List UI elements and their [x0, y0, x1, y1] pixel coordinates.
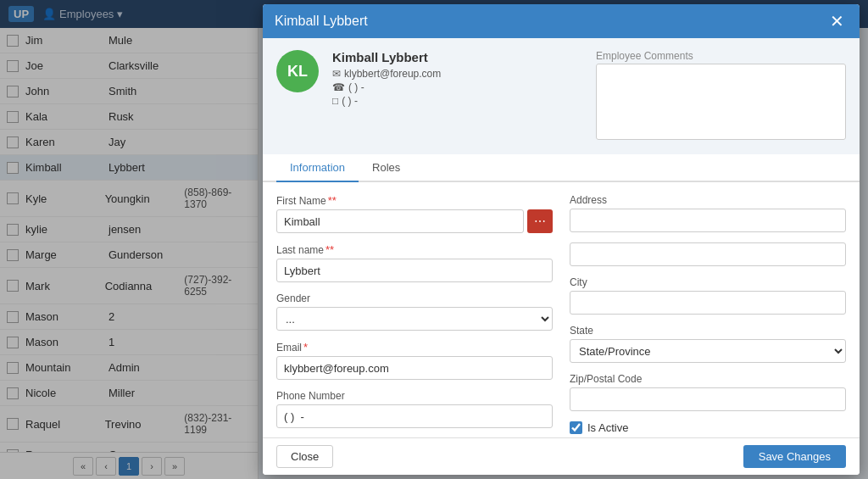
address-group: Address [570, 194, 846, 232]
required-star-2: ** [326, 243, 334, 256]
phone-label: Phone Number [276, 390, 553, 402]
profile-name: Kimball Lybbert [332, 50, 582, 64]
is-active-row: Is Active [570, 421, 846, 434]
gender-label: Gender [276, 292, 553, 304]
tab-roles[interactable]: Roles [359, 154, 414, 182]
zip-input[interactable] [570, 387, 846, 411]
comments-label: Employee Comments [596, 50, 846, 62]
is-active-label: Is Active [587, 421, 628, 434]
state-select[interactable]: State/Province Alabama Alaska Arizona [570, 339, 846, 363]
state-label: State [570, 325, 846, 337]
address-input[interactable] [570, 209, 846, 232]
profile-fax-row: □ ( ) - [332, 95, 582, 107]
email-label: Email * [276, 341, 553, 354]
form-scroll: First Name ** ⋯ Last name ** [263, 182, 860, 437]
profile-section: KL Kimball Lybbert ✉ klybbert@foreup.com… [263, 38, 860, 154]
profile-email: klybbert@foreup.com [344, 68, 441, 80]
modal-close-button[interactable]: ✕ [826, 13, 848, 30]
is-active-checkbox[interactable] [570, 421, 582, 434]
modal-tabs: Information Roles [263, 154, 860, 182]
modal-title: Kimball Lybbert [275, 14, 368, 29]
profile-phone: ( ) - [348, 81, 364, 93]
tab-information[interactable]: Information [276, 154, 359, 182]
address-label: Address [570, 194, 846, 206]
gender-select[interactable]: ... Male Female Other [276, 307, 553, 331]
first-name-group: First Name ** ⋯ [276, 194, 553, 233]
modal-footer: Close Save Changes [263, 437, 860, 475]
email-input[interactable] [276, 356, 553, 380]
form-col-right: Address City State State/Province [570, 194, 846, 437]
required-star: ** [328, 194, 337, 207]
last-name-label: Last name ** [276, 243, 553, 256]
required-star-3: * [303, 341, 308, 354]
profile-fax: ( ) - [342, 95, 358, 107]
avatar: KL [276, 50, 319, 92]
email-icon: ✉ [332, 68, 341, 80]
phone-input[interactable] [284, 410, 545, 423]
city-input[interactable] [570, 291, 846, 315]
zip-label: Zip/Postal Code [570, 373, 846, 385]
zip-group: Zip/Postal Code [570, 373, 846, 411]
profile-info: Kimball Lybbert ✉ klybbert@foreup.com ☎ … [332, 50, 582, 109]
profile-phone-row: ☎ ( ) - [332, 81, 582, 93]
city-label: City [570, 276, 846, 288]
gender-group: Gender ... Male Female Other [276, 292, 553, 331]
first-name-label: First Name ** [276, 194, 553, 207]
save-changes-button[interactable]: Save Changes [743, 445, 846, 468]
phone-display [276, 404, 553, 428]
first-name-input[interactable] [276, 209, 524, 233]
address2-input[interactable] [570, 242, 846, 266]
fax-icon: □ [332, 95, 338, 107]
modal-header: Kimball Lybbert ✕ [263, 4, 860, 38]
close-button[interactable]: Close [276, 445, 333, 468]
modal-body: KL Kimball Lybbert ✉ klybbert@foreup.com… [263, 38, 860, 437]
state-group: State State/Province Alabama Alaska Ariz… [570, 325, 846, 363]
last-name-group: Last name ** [276, 243, 553, 282]
phone-group: Phone Number [276, 390, 553, 428]
email-group: Email * [276, 341, 553, 380]
employee-comments-section: Employee Comments [596, 50, 846, 142]
employee-modal: Kimball Lybbert ✕ KL Kimball Lybbert ✉ k… [263, 4, 860, 475]
first-name-dots-button[interactable]: ⋯ [527, 209, 553, 233]
profile-email-row: ✉ klybbert@foreup.com [332, 68, 582, 80]
last-name-input[interactable] [276, 259, 553, 282]
form-col-left: First Name ** ⋯ Last name ** [276, 194, 553, 437]
phone-icon: ☎ [332, 81, 345, 93]
address2-group [570, 242, 846, 266]
comments-textarea[interactable] [596, 64, 846, 140]
city-group: City [570, 276, 846, 315]
